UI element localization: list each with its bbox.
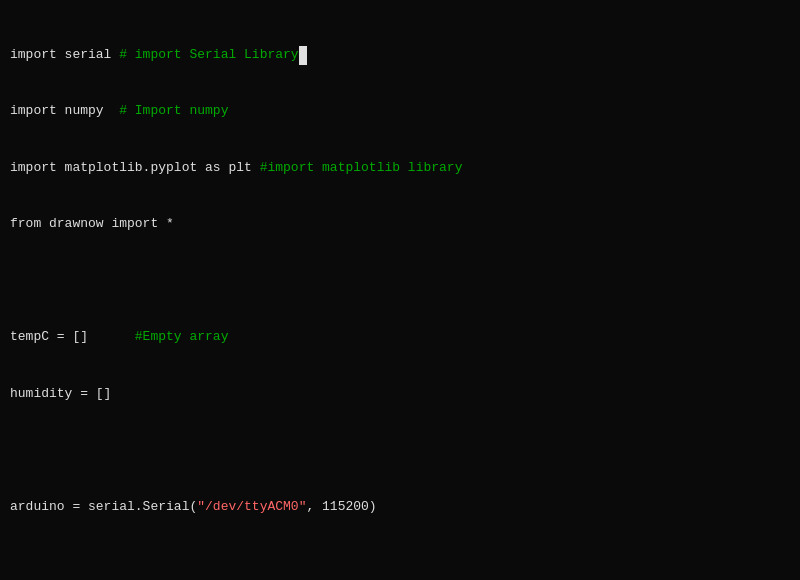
code-line-2: import numpy # Import numpy	[10, 102, 790, 121]
code-line-5	[10, 272, 790, 291]
code-line-1: import serial # import Serial Library	[10, 46, 790, 65]
code-line-6: tempC = [] #Empty array	[10, 328, 790, 347]
code-editor: import serial # import Serial Library im…	[10, 8, 790, 580]
code-line-7: humidity = []	[10, 385, 790, 404]
code-line-4: from drawnow import *	[10, 215, 790, 234]
code-line-10	[10, 554, 790, 573]
code-line-8	[10, 441, 790, 460]
code-line-9: arduino = serial.Serial("/dev/ttyACM0", …	[10, 498, 790, 517]
code-line-3: import matplotlib.pyplot as plt #import …	[10, 159, 790, 178]
